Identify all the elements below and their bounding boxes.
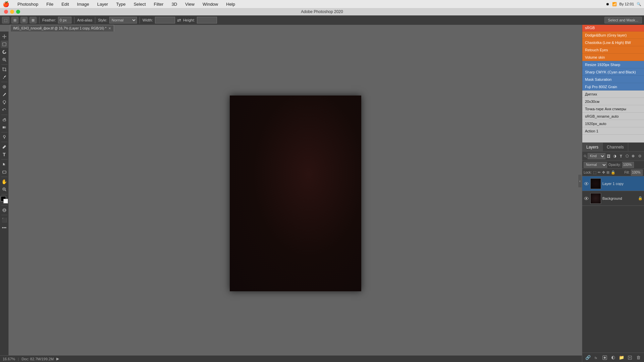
lock-image-btn[interactable]: ✏ [598,170,601,175]
layer-kind-select[interactable]: Kind Name Effect Mode [588,153,605,159]
action-item[interactable]: Mask Saturation [582,76,644,83]
action-item[interactable]: Диптих [582,90,644,98]
new-layer-btn[interactable] [627,354,633,361]
feather-input[interactable] [58,17,71,23]
pixel-filter-btn[interactable]: 🖼 [606,153,611,160]
subtract-selection-btn[interactable]: ⊟ [20,17,28,23]
tool-separator-7 [1,177,7,177]
separator2 [74,17,74,23]
lock-transparent-btn[interactable]: ⬚ [593,170,596,175]
lock-artboard-btn[interactable]: ⊞ [606,170,609,175]
menu-photoshop[interactable]: Photoshop [16,0,40,8]
maximize-button[interactable] [16,10,20,14]
menu-select[interactable]: Select [132,0,147,8]
layer-item-background[interactable]: Background 🔒 [582,191,644,206]
action-item[interactable]: Dodge&Burn (Grey layer) [582,32,644,39]
search-icon[interactable]: 🔍 [637,2,641,6]
lock-all-btn[interactable]: 🔒 [611,170,615,175]
delete-layer-btn[interactable]: 🗑 [635,354,642,361]
tab-channels[interactable]: Channels [603,143,628,151]
layer-visibility-background[interactable] [584,196,589,201]
type-filter-btn[interactable]: T [618,153,624,160]
menu-filter[interactable]: Filter [153,0,165,8]
brush-tool[interactable] [1,91,8,98]
pen-tool[interactable] [1,143,8,150]
gradient-tool[interactable] [1,124,8,131]
add-mask-btn[interactable] [601,354,608,361]
clone-stamp-tool[interactable] [1,99,8,106]
zoom-tool[interactable] [1,186,8,193]
tab-close-button[interactable]: ✕ [108,26,111,30]
eyedropper-tool[interactable] [1,73,8,81]
menu-3d[interactable]: 3D [170,0,178,8]
close-button[interactable] [4,10,8,14]
menu-layer[interactable]: Layer [96,0,110,8]
menu-type[interactable]: Type [115,0,127,8]
action-item[interactable]: Resize 1920px Sharp [582,61,644,68]
shape-filter-btn[interactable]: ⬠ [624,153,630,160]
opacity-input[interactable] [622,162,634,168]
history-brush-tool[interactable] [1,106,8,114]
action-item[interactable]: Sharp CMYK (Cyan and Black) [582,68,644,76]
dodge-tool[interactable] [1,133,8,141]
menu-edit[interactable]: Edit [60,0,70,8]
lock-position-btn[interactable]: ✥ [602,170,605,175]
link-layers-btn[interactable]: 🔗 [585,354,591,361]
menu-file[interactable]: File [45,0,55,8]
lasso-tool[interactable] [1,48,8,56]
smart-filter-btn[interactable]: ⊕ [631,153,636,160]
healing-tool[interactable] [1,83,8,90]
create-group-btn[interactable]: 📁 [618,354,625,361]
menu-help[interactable]: Help [225,0,236,8]
new-selection-btn[interactable]: ⬚ [2,17,9,23]
action-item[interactable]: Retouch Eyes [582,46,644,54]
filter-toggle-btn[interactable]: ⊙ [637,153,643,160]
layer-visibility-layer1copy[interactable] [584,181,589,186]
quick-mask-mode[interactable] [1,206,8,214]
tool-separator-2 [1,82,7,82]
eraser-tool[interactable] [1,116,8,123]
hand-tool[interactable]: ✋ [1,178,8,185]
action-item[interactable]: sRGB_rename_auto [582,113,644,120]
background-color[interactable] [3,199,8,203]
marquee-tool[interactable] [1,41,8,48]
action-item[interactable]: Volume skin [582,54,644,61]
action-item[interactable]: sRGB [582,24,644,32]
status-arrow[interactable]: ▶ [56,357,59,361]
fill-input[interactable] [631,170,643,176]
intersect-selection-btn[interactable]: ⊠ [30,17,37,23]
blend-mode-select[interactable]: Normal Multiply Screen Overlay [584,162,607,168]
path-select-tool[interactable] [1,161,8,168]
swap-icon[interactable]: ⇄ [177,17,181,23]
action-item[interactable]: Fuji Pro 800Z Grain [582,83,644,90]
action-item[interactable]: Action 1 [582,127,644,135]
style-select[interactable]: Normal Fixed Ratio Fixed Size [109,17,137,23]
tab-layers[interactable]: Layers [582,143,603,151]
action-item[interactable]: Chastotka (Low & High) BW [582,39,644,46]
screen-mode-btn[interactable]: ⬛ [1,216,8,224]
add-style-btn[interactable]: fx [593,354,600,361]
action-item[interactable]: Точка-тире Аня стикеры [582,105,644,113]
text-tool[interactable]: T [1,151,8,158]
crop-tool[interactable] [1,66,8,73]
menu-image[interactable]: Image [76,0,91,8]
select-mask-button[interactable]: Select and Mask... [604,17,642,23]
add-adjustment-btn[interactable] [610,354,616,361]
action-item[interactable]: 1920px_auto [582,120,644,127]
minimize-button[interactable] [10,10,14,14]
height-input[interactable] [197,17,217,23]
move-tool[interactable] [1,33,8,40]
adjustment-filter-btn[interactable]: ◑ [612,153,618,160]
action-item[interactable]: 20x30см [582,98,644,105]
add-selection-btn[interactable]: ⊞ [11,17,18,23]
menu-window[interactable]: Window [201,0,219,8]
document-tab[interactable]: IMG_6343_плохой_фон.tif @ 16,7% (Layer 1… [10,25,114,32]
more-tools-btn[interactable]: ••• [1,224,8,231]
layer-item-layer1copy[interactable]: Layer 1 copy [582,176,644,191]
menu-view[interactable]: View [184,0,196,8]
panel-collapse-handle[interactable]: ‹ [578,174,582,188]
shape-tool[interactable] [1,168,8,176]
width-input[interactable] [155,17,175,23]
apple-menu[interactable]: 🍎 [3,1,9,7]
quick-select-tool[interactable] [1,56,8,63]
